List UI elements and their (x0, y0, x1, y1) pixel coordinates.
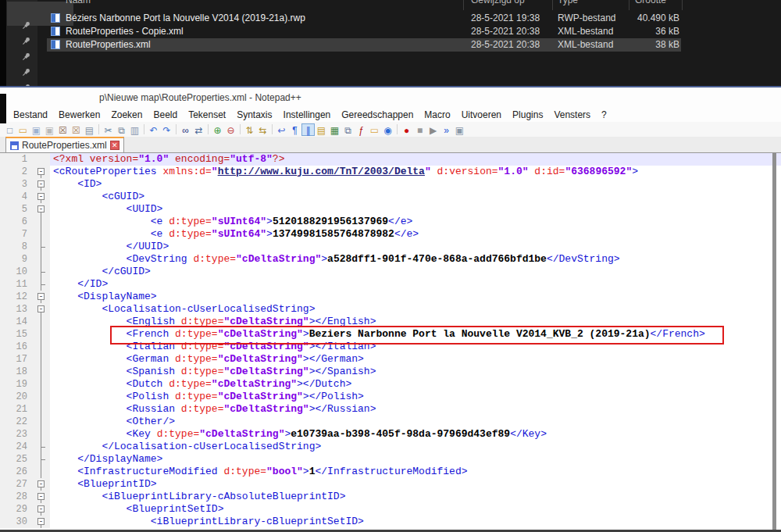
code-text[interactable]: <English d:type="cDeltaString"></English… (50, 316, 781, 328)
table-row[interactable]: Béziers Narbonne Port la Nouvelle V2014 … (0, 12, 781, 25)
fold-marker[interactable]: - (33, 503, 50, 516)
menu-bestand[interactable]: Bestand (8, 109, 53, 121)
code-text[interactable]: <DevString d:type="cDeltaString">a528dff… (50, 253, 781, 266)
menu-instellingen[interactable]: Instellingen (278, 109, 337, 121)
fold-collapse-icon[interactable]: - (37, 493, 45, 500)
fold-marker[interactable]: - (33, 191, 50, 203)
menu-syntaxis[interactable]: Syntaxis (231, 109, 277, 121)
save-all-icon[interactable]: ▣ (43, 123, 56, 136)
code-text[interactable]: <cRouteProperties xmlns:d="http://www.ku… (50, 166, 781, 178)
code-text[interactable]: <Key d:type="cDeltaString">e10739aa-b398… (50, 428, 781, 441)
sync-vertical-scrolling-icon[interactable]: ⇅ (243, 123, 256, 136)
zoom-in-icon[interactable]: ⊕ (211, 123, 224, 136)
fold-marker[interactable]: - (33, 516, 50, 528)
fold-collapse-icon[interactable]: - (37, 480, 45, 487)
code-text[interactable]: <French d:type="cDeltaString">Beziers Na… (50, 328, 781, 341)
run-script-icon[interactable]: ƒ (355, 123, 368, 136)
menu-zoeken[interactable]: Zoeken (105, 109, 148, 121)
close-file-icon[interactable]: ☒ (56, 123, 70, 136)
code-text[interactable]: <German d:type="cDeltaString"></German> (50, 353, 781, 366)
code-text[interactable]: <cGUID> (50, 191, 781, 203)
macro-save-icon[interactable]: ▣ (453, 123, 466, 136)
code-text[interactable]: <iBlueprintLibrary-cBlueprintSetID> (50, 516, 781, 528)
code-text[interactable]: </cGUID> (50, 266, 781, 278)
code-text[interactable]: <Italian d:type="cDeltaString"></Italian… (50, 341, 781, 353)
menu-uitvoeren[interactable]: Uitvoeren (456, 109, 507, 121)
column-header-type[interactable]: Type (558, 0, 578, 5)
fold-marker[interactable]: - (33, 178, 50, 191)
code-text[interactable]: <Russian d:type="cDeltaString"></Russian… (50, 403, 781, 416)
code-text[interactable]: <Localisation-cUserLocalisedString> (50, 303, 781, 316)
undo-icon[interactable]: ↶ (147, 123, 160, 136)
document-switcher-icon[interactable]: ⧉ (341, 123, 355, 136)
save-file-icon[interactable]: ▣ (30, 123, 43, 136)
fold-collapse-icon[interactable]: - (37, 180, 45, 187)
word-wrap-icon[interactable]: ↩ (275, 123, 288, 136)
print-icon[interactable]: ▤ (83, 123, 96, 136)
tab-close-icon[interactable]: ✕ (110, 141, 119, 150)
fold-marker[interactable]: - (33, 166, 50, 178)
code-text[interactable]: </UUID> (50, 241, 781, 253)
replace-icon[interactable]: ⇄ (192, 123, 205, 136)
sync-horizontal-scrolling-icon[interactable]: ⇆ (256, 123, 269, 136)
code-text[interactable]: <Other/> (50, 416, 781, 428)
code-text[interactable]: </DisplayName> (50, 453, 781, 466)
code-text[interactable]: <e d:type="sUInt64">5120188291956137969<… (50, 216, 781, 228)
macro-play-icon[interactable]: ▶ (426, 123, 440, 136)
code-text[interactable]: <iBlueprintLibrary-cAbsoluteBlueprintID> (50, 491, 781, 503)
code-text[interactable]: <BlueprintID> (50, 478, 781, 491)
fold-marker[interactable]: - (33, 491, 50, 503)
menu-help[interactable]: ? (596, 109, 612, 121)
fold-marker[interactable]: - (33, 203, 50, 216)
code-text[interactable]: <?xml version="1.0" encoding="utf-8"?> (50, 153, 781, 166)
fold-collapse-icon[interactable]: - (37, 293, 45, 300)
scrollbar[interactable] (772, 153, 776, 530)
pin-icon[interactable] (19, 64, 33, 80)
menu-macro[interactable]: Macro (419, 109, 455, 121)
table-row[interactable]: RouteProperties - Copie.xml28-5-2021 20:… (0, 25, 781, 38)
code-text[interactable]: <Spanish d:type="cDeltaString"></Spanish… (50, 366, 781, 378)
pin-icon[interactable] (19, 80, 33, 86)
column-header-gewijzigd-op[interactable]: Gewijzigd op (471, 0, 525, 5)
fold-collapse-icon[interactable]: - (37, 193, 45, 200)
column-header-grootte[interactable]: Grootte (635, 0, 666, 5)
redo-icon[interactable]: ↷ (160, 123, 173, 136)
editor[interactable]: 1<?xml version="1.0" encoding="utf-8"?>2… (0, 153, 781, 530)
fold-collapse-icon[interactable]: - (37, 505, 45, 512)
code-text[interactable]: <InfrastructureModified d:type="bool">1<… (50, 466, 781, 478)
fold-marker[interactable]: - (33, 303, 50, 316)
zoom-out-icon[interactable]: ⊖ (224, 123, 237, 136)
code-text[interactable]: <Polish d:type="cDeltaString"></Polish> (50, 391, 781, 403)
macro-record-icon[interactable]: ● (400, 123, 413, 136)
code-text[interactable]: <e d:type="sUInt64">13749981585764878982… (50, 228, 781, 241)
code-text[interactable]: <UUID> (50, 203, 781, 216)
monitoring-icon[interactable]: ◉ (381, 123, 394, 136)
copy-icon[interactable]: ⧉ (115, 123, 128, 136)
macro-stop-icon[interactable]: ■ (413, 123, 426, 136)
menu-beeld[interactable]: Beeld (148, 109, 183, 121)
paste-icon[interactable]: ▥ (128, 123, 141, 136)
code-area[interactable]: 1<?xml version="1.0" encoding="utf-8"?>2… (0, 153, 781, 528)
code-text[interactable]: </ID> (50, 278, 781, 291)
fold-collapse-icon[interactable]: - (37, 305, 45, 312)
fold-marker[interactable]: - (33, 478, 50, 491)
cut-icon[interactable]: ✂ (102, 123, 115, 136)
fold-collapse-icon[interactable]: - (37, 205, 45, 212)
code-text[interactable]: <BlueprintSetID> (50, 503, 781, 516)
column-header-naam[interactable]: Naam (66, 0, 91, 5)
new-file-icon[interactable]: □ (3, 123, 16, 136)
close-all-icon[interactable]: ☒ (70, 123, 83, 136)
code-text[interactable]: <ID> (50, 178, 781, 191)
fold-collapse-icon[interactable]: - (37, 518, 45, 525)
menu-gereedschappen[interactable]: Gereedschappen (336, 109, 419, 121)
menu-plugins[interactable]: Plugins (507, 109, 548, 121)
show-all-characters-icon[interactable]: ¶ (288, 123, 301, 136)
fold-collapse-icon[interactable]: - (37, 168, 45, 175)
indent-guide-icon[interactable]: ∥ (301, 123, 315, 136)
folder-as-workspace-icon[interactable]: ▭ (368, 123, 381, 136)
function-list-icon[interactable]: ▤ (315, 123, 328, 136)
macro-run-multiple-icon[interactable]: » (440, 123, 453, 136)
menu-vensters[interactable]: Vensters (548, 109, 596, 121)
fold-marker[interactable]: - (33, 291, 50, 303)
code-text[interactable]: <Dutch d:type="cDeltaString"></Dutch> (50, 378, 781, 391)
